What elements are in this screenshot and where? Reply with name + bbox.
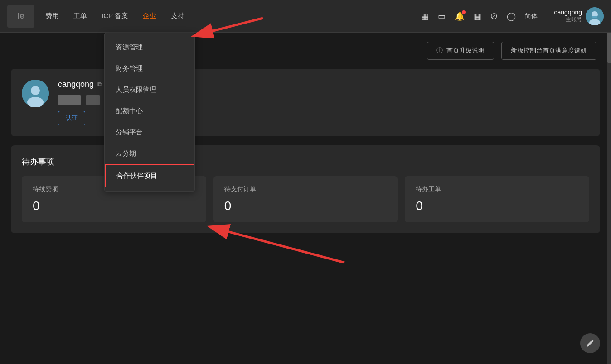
nav-icon-group: ▦ ▭ 🔔 ▦ ∅ ◯ 简体 cangqong 主账号 [421,7,604,25]
present-icon[interactable]: ▦ [421,11,429,21]
monitor-icon[interactable]: ▭ [438,11,446,21]
bell-icon[interactable]: 🔔 [455,11,465,21]
avatar[interactable] [586,7,604,25]
dropdown-item-resource[interactable]: 资源管理 [105,37,194,58]
task-payment-label: 待支付订单 [224,185,387,193]
user-menu[interactable]: cangqong 主账号 [554,7,604,25]
main-content: ⓘ 首页升级说明 新版控制台首页满意度调研 cangqong ⧉ [0,33,611,242]
dropdown-item-partner[interactable]: 合作伙伴项目 [105,164,194,187]
scrollbar[interactable] [607,0,611,364]
cart-icon[interactable]: ▦ [474,11,481,21]
user-avatar-large [22,80,49,107]
logo-text: Ie [17,11,24,21]
upgrade-info-label: 首页升级说明 [446,47,485,55]
nav-item-ticket[interactable]: 工单 [73,10,87,22]
dropdown-item-distribution[interactable]: 分销平台 [105,122,194,143]
nav-item-support[interactable]: 支持 [171,10,184,22]
info-circle-icon: ⓘ [436,47,443,55]
help-icon[interactable]: ◯ [507,11,516,21]
upgrade-info-button[interactable]: ⓘ 首页升级说明 [427,42,494,60]
nav-item-icp[interactable]: ICP 备案 [102,10,128,22]
task-payment-value: 0 [224,199,387,213]
verify-button[interactable]: 认证 [58,111,85,125]
copy-username-icon[interactable]: ⧉ [97,81,102,88]
user-card: cangqong ⧉ ⧉ 认证 [11,69,600,136]
account-id-block-2 [86,95,100,105]
tasks-section: 待办事项 待续费项 0 待支付订单 0 待办工单 0 [11,145,600,233]
user-info: cangqong 主账号 [554,9,582,24]
satisfaction-survey-label: 新版控制台首页满意度调研 [511,47,587,55]
nav-items: 费用 工单 ICP 备案 企业 支持 [45,10,421,22]
slash-icon[interactable]: ∅ [490,11,498,21]
top-navigation: Ie 费用 工单 ICP 备案 企业 支持 ▦ ▭ 🔔 ▦ ∅ ◯ 简体 can… [0,0,611,33]
dropdown-item-finance[interactable]: 财务管理 [105,58,194,79]
dropdown-item-quota[interactable]: 配额中心 [105,101,194,122]
language-selector[interactable]: 简体 [525,12,538,20]
avatar-image [586,7,604,25]
user-name-text: cangqong [58,80,94,89]
svg-point-5 [31,86,40,95]
user-avatar-image [22,80,49,107]
username-display: cangqong [554,9,582,16]
logo: Ie [7,5,34,28]
user-role-display: 主账号 [554,16,582,24]
dropdown-item-installment[interactable]: 云分期 [105,143,194,164]
edit-button[interactable] [580,333,600,353]
task-ticket-label: 待办工单 [416,185,578,193]
nav-item-fees[interactable]: 费用 [45,10,59,22]
nav-item-enterprise[interactable]: 企业 [143,10,156,22]
satisfaction-survey-button[interactable]: 新版控制台首页满意度调研 [501,42,596,60]
banner-area: ⓘ 首页升级说明 新版控制台首页满意度调研 [11,42,600,60]
account-id-block-1 [58,95,81,105]
edit-icon [586,339,595,348]
task-card-ticket: 待办工单 0 [405,176,589,222]
task-renewal-value: 0 [33,199,195,213]
svg-rect-3 [592,16,597,18]
enterprise-dropdown: 资源管理 财务管理 人员权限管理 配额中心 分销平台 云分期 合作伙伴项目 [104,33,195,192]
task-card-payment: 待支付订单 0 [213,176,398,222]
task-ticket-value: 0 [416,199,578,213]
dropdown-item-permission[interactable]: 人员权限管理 [105,79,194,101]
notification-dot [462,10,466,14]
